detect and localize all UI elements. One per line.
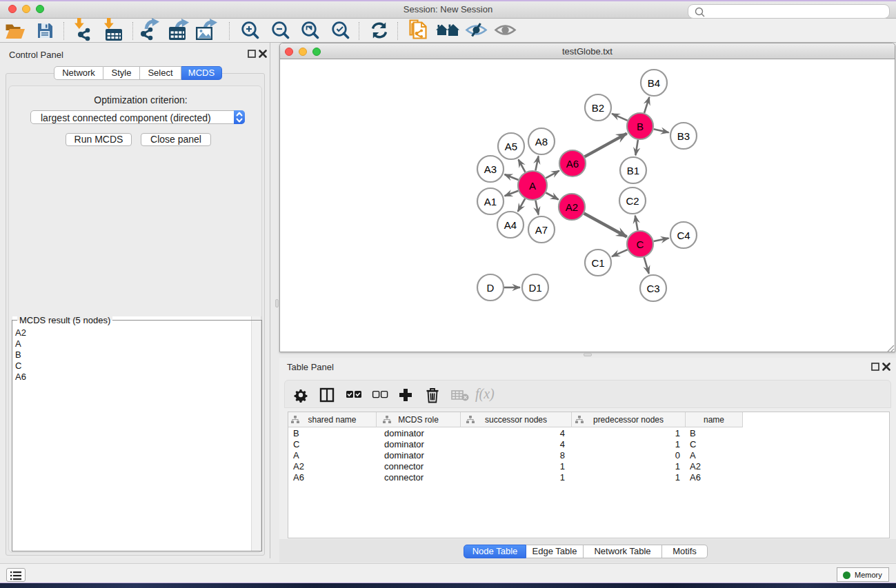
svg-text:A4: A4 (504, 219, 517, 231)
svg-text:C2: C2 (626, 195, 639, 207)
svg-text:A5: A5 (505, 141, 517, 152)
svg-text:B: B (637, 121, 644, 132)
svg-text:A: A (529, 180, 536, 192)
svg-text:A7: A7 (535, 224, 548, 236)
svg-text:A3: A3 (484, 163, 497, 175)
svg-text:C4: C4 (677, 230, 690, 241)
svg-text:C3: C3 (646, 283, 659, 294)
svg-text:D: D (487, 282, 495, 294)
svg-text:B3: B3 (677, 130, 690, 142)
svg-text:A2: A2 (566, 201, 578, 213)
svg-text:C1: C1 (591, 257, 604, 269)
svg-text:A1: A1 (484, 196, 497, 207)
svg-text:C: C (637, 239, 644, 250)
svg-text:D1: D1 (528, 282, 541, 294)
svg-text:B4: B4 (648, 77, 660, 89)
svg-text:B1: B1 (627, 165, 639, 176)
svg-text:B2: B2 (592, 102, 604, 114)
svg-text:A8: A8 (535, 136, 548, 148)
svg-text:A6: A6 (566, 158, 579, 170)
